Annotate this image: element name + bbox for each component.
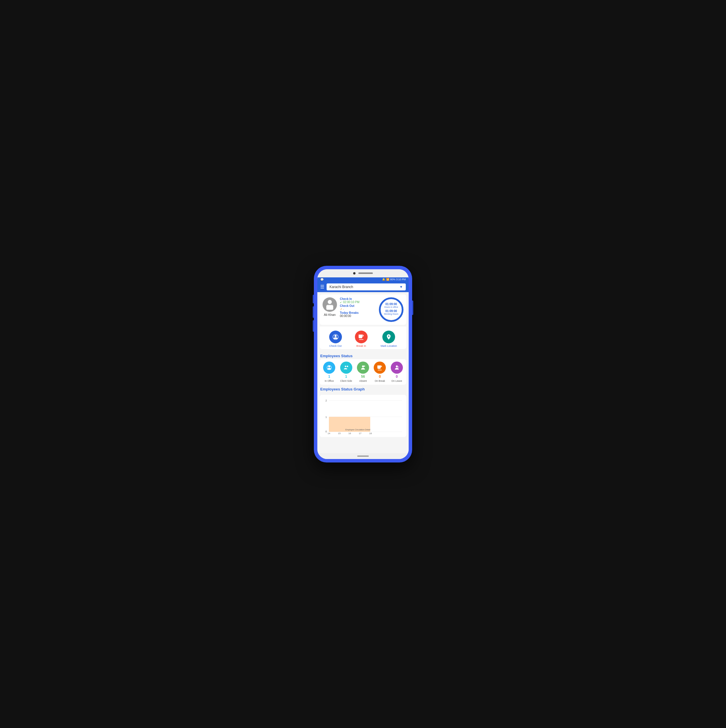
camera-dot <box>353 272 355 274</box>
svg-point-0 <box>328 300 332 304</box>
hours-in-office-time: 01:09:00 <box>385 303 397 306</box>
speaker-bar <box>358 272 373 274</box>
phone-frame: 💬 🔔 📶 80% 3:10 PM ☰ Karachi Branch ▼ <box>314 266 412 462</box>
phone-bottom-bar <box>317 453 409 459</box>
status-item-inoffice[interactable]: 1 In Office <box>323 361 335 382</box>
inoffice-icon <box>323 361 335 374</box>
app-content: Ali Khan Check In ↙ 02:00:10 PM Check Ou… <box>317 292 409 453</box>
emp-status-card: 1 In Office <box>320 359 406 385</box>
checkout-value: ↗ - <box>340 307 376 310</box>
user-card: Ali Khan Check In ↙ 02:00:10 PM Check Ou… <box>320 294 406 325</box>
battery-text: 80% 3:10 PM <box>390 278 406 281</box>
power-button <box>412 301 413 315</box>
onbreak-label: On Break <box>375 379 385 382</box>
action-buttons-container: Check Out Break In <box>320 327 406 349</box>
app-header: ☰ Karachi Branch ▼ <box>317 282 409 292</box>
phone-top-hardware <box>317 269 409 277</box>
y-label-2: 2 <box>325 399 327 402</box>
onbreak-icon <box>374 361 386 374</box>
onleave-icon <box>391 361 403 374</box>
working-hours-time: 01:09:00 <box>385 309 397 313</box>
clientside-count: 1 <box>345 375 347 379</box>
notification-icon: 💬 <box>320 278 324 281</box>
clientside-label: Client Side <box>340 379 352 382</box>
signal-icon: 🔔 📶 <box>382 278 389 281</box>
user-name: Ali Khan <box>324 313 336 317</box>
breakin-label: Break In <box>356 344 366 347</box>
inoffice-label: In Office <box>325 379 334 382</box>
branch-label: Karachi Branch <box>329 285 353 289</box>
svg-point-12 <box>396 365 398 367</box>
svg-point-8 <box>346 366 348 367</box>
y-label-0: 0 <box>325 430 327 433</box>
status-right: 🔔 📶 80% 3:10 PM <box>382 278 406 281</box>
checkin-row: Check In ↙ 02:00:10 PM <box>340 297 376 304</box>
status-item-onbreak[interactable]: 0 On Break <box>374 361 386 382</box>
svg-point-3 <box>334 335 336 336</box>
svg-point-7 <box>345 366 346 367</box>
hours-circle: 01:09:00 Hours in office 01:09:00 Workin… <box>379 297 403 322</box>
user-left: Ali Khan <box>323 297 337 317</box>
graph-area: 2 1 0 14 15 16 <box>322 397 404 435</box>
status-item-absent[interactable]: 56 Absent <box>357 361 369 382</box>
absent-label: Absent <box>359 379 367 382</box>
status-item-clientside[interactable]: 1 Client Side <box>340 361 352 382</box>
phone-screen: 💬 🔔 📶 80% 3:10 PM ☰ Karachi Branch ▼ <box>317 269 409 459</box>
checkout-row: Check Out ↗ - <box>340 304 376 310</box>
x-label-16: 16 <box>349 432 351 435</box>
absent-count: 56 <box>361 375 365 379</box>
status-item-onleave[interactable]: 0 On Leave <box>391 361 403 382</box>
graph-section: Employees Status Graph 2 1 0 <box>317 385 409 437</box>
silent-button <box>313 320 314 332</box>
x-label-18: 18 <box>369 432 372 435</box>
working-hours-label: Working Hours <box>384 313 398 315</box>
volume-up-button <box>313 295 314 303</box>
marklocation-button[interactable]: Mark Location <box>381 330 397 347</box>
y-label-1: 1 <box>325 416 327 419</box>
employees-status-section: Employees Status 1 <box>317 352 409 385</box>
branch-dropdown[interactable]: Karachi Branch ▼ <box>326 283 406 291</box>
graph-legend-label: Employee Circulation Detail <box>345 429 370 431</box>
svg-rect-1 <box>326 305 333 310</box>
hamburger-menu[interactable]: ☰ <box>320 284 324 289</box>
checkout-button[interactable]: Check Out <box>329 330 342 347</box>
checkout-label: Check Out <box>340 304 376 307</box>
employees-status-title: Employees Status <box>317 352 409 359</box>
dropdown-arrow-icon: ▼ <box>400 285 403 289</box>
marklocation-label: Mark Location <box>381 344 397 347</box>
avatar <box>323 297 337 312</box>
graph-svg: 2 1 0 14 15 16 <box>322 397 404 435</box>
x-label-15: 15 <box>338 432 341 435</box>
x-label-14: 14 <box>328 432 330 435</box>
x-label-17: 17 <box>359 432 361 435</box>
action-buttons-row: Check Out Break In <box>323 330 403 347</box>
graph-card: 2 1 0 14 15 16 <box>320 395 406 437</box>
svg-rect-2 <box>327 304 332 306</box>
marklocation-icon <box>382 330 395 343</box>
checkin-time: ↙ 02:00:10 PM <box>340 301 376 304</box>
checkout-label: Check Out <box>329 344 342 347</box>
checkout-icon <box>329 330 342 343</box>
user-info: Check In ↙ 02:00:10 PM Check Out ↗ - <box>340 297 376 318</box>
breakin-button[interactable]: Break In <box>355 330 368 347</box>
breaks-row: Today Breaks 00:00:00 <box>340 311 376 318</box>
checkin-label: Check In <box>340 297 376 301</box>
home-bar <box>357 456 369 457</box>
breakin-icon <box>355 330 368 343</box>
clientside-icon <box>340 361 352 374</box>
breaks-value: 00:00:00 <box>340 314 376 318</box>
inoffice-count: 1 <box>328 375 330 379</box>
onleave-label: On Leave <box>391 379 402 382</box>
status-bar: 💬 🔔 📶 80% 3:10 PM <box>317 277 409 282</box>
onbreak-count: 0 <box>379 375 381 379</box>
breaks-label: Today Breaks <box>340 311 376 314</box>
volume-down-button <box>313 306 314 318</box>
onleave-count: 0 <box>396 375 398 379</box>
svg-point-9 <box>362 365 364 367</box>
absent-icon <box>357 361 369 374</box>
graph-title: Employees Status Graph <box>317 385 409 393</box>
hours-in-office-label: Hours in office <box>384 306 398 308</box>
status-items-row: 1 In Office <box>321 361 405 382</box>
